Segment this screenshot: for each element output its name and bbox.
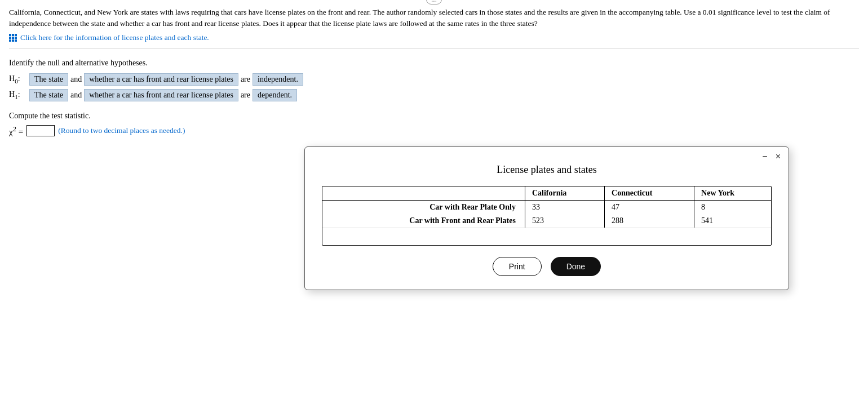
row2-california: 523 bbox=[525, 214, 604, 228]
h0-result-box: independent. bbox=[253, 73, 303, 86]
row2-newyork: 541 bbox=[694, 214, 771, 228]
row1-label: Car with Rear Plate Only bbox=[322, 201, 525, 215]
compute-title: Compute the test statistic. bbox=[9, 112, 859, 121]
data-table-container: California Connecticut New York Car with… bbox=[322, 186, 772, 246]
chi-symbol: χ2 = bbox=[9, 125, 23, 137]
row1-newyork: 8 bbox=[694, 201, 771, 215]
col-header-empty bbox=[322, 186, 525, 201]
modal-dialog: − × License plates and states California… bbox=[304, 146, 789, 290]
modal-body: California Connecticut New York Car with… bbox=[305, 186, 789, 257]
modal-close-button[interactable]: × bbox=[774, 152, 782, 162]
done-button[interactable]: Done bbox=[551, 257, 601, 276]
intro-paragraph: California, Connecticut, and New York ar… bbox=[9, 7, 854, 30]
h0-verb: are bbox=[241, 75, 250, 84]
modal-footer: Print Done bbox=[305, 257, 789, 290]
data-table: California Connecticut New York Car with… bbox=[322, 186, 771, 228]
table-row: Car with Front and Rear Plates 523 288 5… bbox=[322, 214, 771, 228]
chi-input[interactable] bbox=[26, 125, 55, 136]
h1-verb: are bbox=[241, 91, 250, 100]
modal-titlebar: − × bbox=[305, 147, 789, 164]
section-divider bbox=[9, 48, 859, 48]
chi-row: χ2 = (Round to two decimal places as nee… bbox=[9, 125, 859, 137]
row1-california: 33 bbox=[525, 201, 604, 215]
row2-connecticut: 288 bbox=[605, 214, 694, 228]
click-link[interactable]: Click here for the information of licens… bbox=[9, 33, 859, 42]
col-header-california: California bbox=[525, 186, 604, 201]
h1-connector: and bbox=[70, 91, 82, 100]
row2-label: Car with Front and Rear Plates bbox=[322, 214, 525, 228]
row1-connecticut: 47 bbox=[605, 201, 694, 215]
grid-icon bbox=[9, 34, 17, 42]
table-row: Car with Rear Plate Only 33 47 8 bbox=[322, 201, 771, 215]
h0-predicate-box: whether a car has front and rear license… bbox=[84, 73, 238, 86]
expand-button[interactable]: ... bbox=[426, 0, 442, 5]
h1-label: H1: bbox=[9, 90, 25, 100]
h1-row: H1: The state and whether a car has fron… bbox=[9, 89, 859, 101]
h1-result-box: dependent. bbox=[253, 89, 297, 101]
compute-section: Compute the test statistic. χ2 = (Round … bbox=[9, 112, 859, 137]
modal-title: License plates and states bbox=[305, 164, 789, 176]
h0-label: H0: bbox=[9, 74, 25, 85]
modal-minimize-button[interactable]: − bbox=[761, 152, 768, 162]
identify-title: Identify the null and alternative hypoth… bbox=[9, 59, 859, 68]
h1-subject-box: The state bbox=[29, 89, 68, 101]
h1-predicate-box: whether a car has front and rear license… bbox=[84, 89, 238, 101]
print-button[interactable]: Print bbox=[493, 257, 542, 276]
h0-subject-box: The state bbox=[29, 73, 68, 86]
h0-connector: and bbox=[70, 75, 82, 84]
round-note: (Round to two decimal places as needed.) bbox=[58, 126, 185, 135]
table-header-row: California Connecticut New York bbox=[322, 186, 771, 201]
h0-row: H0: The state and whether a car has fron… bbox=[9, 73, 859, 86]
col-header-newyork: New York bbox=[694, 186, 771, 201]
hypothesis-section: Identify the null and alternative hypoth… bbox=[9, 59, 859, 101]
col-header-connecticut: Connecticut bbox=[605, 186, 694, 201]
